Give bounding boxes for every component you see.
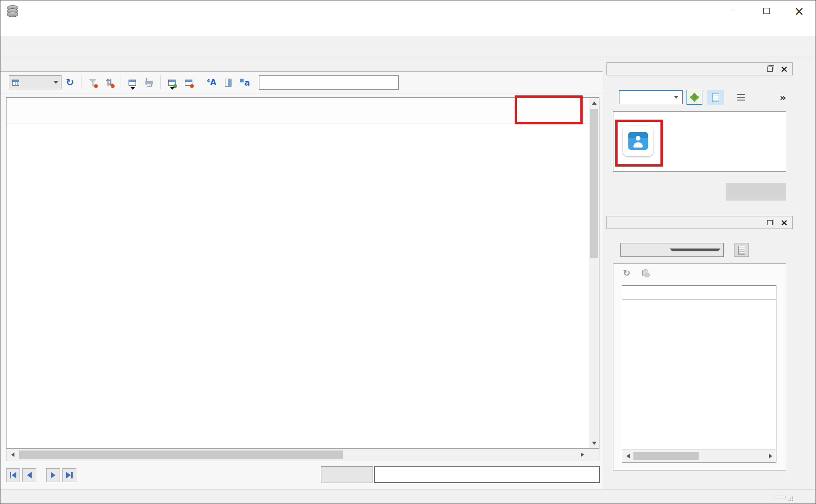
table-icon [12, 80, 19, 86]
chevron-down-icon [670, 249, 721, 251]
next-record-icon [51, 472, 55, 478]
horizontal-scrollbar[interactable] [6, 449, 599, 461]
maximize-button[interactable] [750, 0, 783, 21]
close-button[interactable]: × [783, 0, 816, 21]
goto-record-input[interactable] [374, 466, 600, 483]
next-record-button[interactable] [46, 468, 60, 482]
first-record-button[interactable] [6, 468, 20, 482]
contacts-app-icon [628, 132, 648, 150]
scrollbar-corner [589, 449, 599, 461]
notebook-button[interactable] [222, 75, 234, 89]
remote-database-list [622, 285, 776, 463]
filter-any-column-input[interactable] [259, 75, 399, 90]
text-mode-button[interactable] [707, 90, 724, 105]
status-bar [0, 489, 816, 504]
scroll-up-button[interactable] [589, 98, 599, 108]
database-upload-icon[interactable] [642, 269, 648, 276]
separator [81, 75, 82, 89]
book-icon [225, 79, 231, 87]
edit-cell-panel-titlebar: × [606, 62, 793, 75]
edit-database-cell-panel: × » [606, 62, 793, 204]
float-panel-icon[interactable] [767, 220, 773, 225]
separator [121, 75, 121, 89]
previous-record-icon [27, 472, 32, 478]
main-area: ↻ ⇅ ⁴A a [0, 56, 603, 489]
grid-header-row [7, 98, 589, 123]
identity-settings-button[interactable] [734, 243, 749, 257]
close-panel-icon[interactable]: × [780, 64, 788, 74]
minimize-icon [731, 11, 738, 11]
resize-grip-icon[interactable] [789, 496, 794, 501]
app-window: × ↻ ⇅ [0, 0, 816, 504]
chevron-double-right-icon[interactable]: » [780, 92, 786, 103]
menu-bar [0, 21, 816, 36]
arrow-down-icon [592, 442, 597, 445]
scroll-left-button[interactable] [622, 450, 633, 462]
identity-select[interactable] [620, 243, 724, 257]
vertical-scrollbar-thumb[interactable] [590, 109, 598, 258]
chevron-down-icon [674, 96, 679, 99]
word-wrap-icon[interactable] [737, 94, 745, 101]
last-record-icon [66, 472, 71, 478]
scrollbar-thumb[interactable] [633, 452, 699, 460]
refresh-button[interactable]: ↻ [64, 75, 76, 89]
print-icon [145, 81, 153, 85]
font-button[interactable]: ⁴A [205, 75, 218, 89]
insert-record-button[interactable] [166, 75, 178, 89]
right-dock: × » [603, 56, 816, 489]
grid-filter-row [7, 123, 589, 139]
maximize-icon [763, 8, 770, 14]
app-database-icon [7, 5, 18, 17]
print-button[interactable] [143, 75, 155, 89]
mode-row: » [613, 90, 786, 105]
close-panel-icon[interactable]: × [780, 218, 788, 227]
goto-button[interactable] [321, 466, 373, 483]
app-icon-tile [623, 126, 653, 156]
list-horizontal-scrollbar[interactable] [622, 449, 776, 462]
horizontal-scrollbar-thumb[interactable] [19, 450, 343, 459]
arrow-right-icon [769, 454, 772, 458]
gear-icon [691, 94, 698, 101]
scroll-right-button[interactable] [576, 449, 589, 461]
save-table-button[interactable] [126, 75, 138, 89]
encoding-status[interactable] [775, 496, 786, 498]
title-bar: × [0, 0, 816, 21]
chevron-down-icon [54, 81, 58, 84]
dropdown-arrow-icon [130, 87, 135, 90]
record-navigation-bar [0, 461, 603, 489]
scroll-left-button[interactable] [7, 449, 19, 461]
refresh-icon: ↻ [66, 77, 74, 88]
data-grid [6, 97, 599, 449]
scroll-right-button[interactable] [765, 450, 776, 462]
previous-record-button[interactable] [22, 468, 36, 482]
apply-button[interactable] [726, 183, 786, 201]
clear-filter-icon [89, 79, 96, 83]
refresh-icon[interactable]: ↻ [623, 268, 630, 278]
font-icon: ⁴A [207, 78, 217, 87]
minimize-button[interactable] [718, 0, 750, 21]
arrow-left-icon [626, 454, 630, 458]
auto-detect-button[interactable] [687, 90, 702, 105]
dock-tab-bar [606, 470, 793, 489]
remote-list-body [622, 300, 776, 449]
delete-record-button[interactable] [183, 75, 195, 89]
separator [200, 75, 200, 89]
main-tab-bar [0, 56, 603, 72]
save-filter-button[interactable]: ⇅ [103, 75, 116, 89]
mode-select[interactable] [619, 90, 683, 104]
table-select[interactable] [9, 75, 61, 89]
last-record-button[interactable] [62, 468, 76, 482]
dropdown-arrow-icon [170, 87, 175, 90]
arrow-up-icon [592, 101, 597, 105]
arrow-right-icon [581, 452, 584, 457]
clear-filters-button[interactable] [87, 75, 99, 89]
save-table-icon [129, 80, 136, 86]
encoding-button[interactable]: a [239, 75, 251, 89]
encoding-icon: a [240, 78, 250, 87]
document-icon [738, 246, 745, 255]
main-toolbar [0, 36, 816, 56]
scroll-down-button[interactable] [589, 438, 599, 448]
float-panel-icon[interactable] [767, 67, 773, 72]
document-icon [712, 93, 719, 102]
vertical-scrollbar[interactable] [589, 98, 599, 448]
